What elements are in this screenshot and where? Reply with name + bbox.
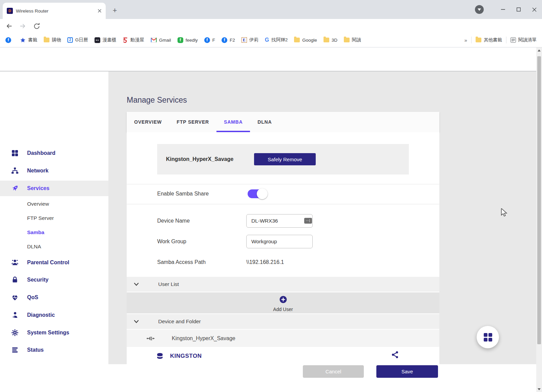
sidebar-item-dlna[interactable]: DLNA	[0, 239, 108, 254]
bookmarks-overflow-icon[interactable]: »	[464, 37, 467, 43]
disk-icon	[156, 352, 164, 360]
bookmark-gouwu[interactable]: 購物	[44, 37, 61, 43]
reload-icon[interactable]	[32, 22, 41, 30]
doctor-icon	[11, 311, 19, 319]
window-minimize-button[interactable]	[495, 3, 511, 16]
folder-icon	[44, 38, 49, 42]
section-title: Manage Services	[127, 96, 187, 105]
scroll-down-icon[interactable]	[536, 386, 542, 392]
cancel-button[interactable]: Cancel	[303, 365, 364, 378]
page-scrollbar[interactable]	[536, 47, 542, 392]
other-bookmarks[interactable]: 其他書籤	[476, 37, 502, 43]
gear-icon	[11, 329, 19, 337]
samba-path-value: \\192.168.216.1	[246, 259, 284, 265]
gmail-icon	[151, 38, 157, 42]
sidebar-item-network[interactable]: Network	[0, 163, 108, 179]
sidebar-item-dashboard[interactable]: Dashboard	[0, 145, 108, 161]
samba-panel: Kingston_HyperX_Savage Safely Remove Ena…	[127, 132, 439, 364]
bookmark-dongmanwu[interactable]: 動漫屋	[123, 37, 144, 43]
bookmark-google-folder[interactable]: Google	[294, 38, 317, 43]
feedly-icon: f	[178, 37, 183, 43]
tab-search-icon[interactable]	[475, 5, 484, 14]
sidebar-item-diagnostic[interactable]: Diagnostic	[0, 307, 108, 323]
device-name-input[interactable]	[246, 214, 313, 228]
keyboard-icon[interactable]: ⋯|	[304, 218, 312, 224]
sidebar-item-system-settings[interactable]: System Settings	[0, 325, 108, 341]
bookmark-eyny[interactable]: E伊莉	[242, 37, 258, 43]
usb-device-row[interactable]: Kingston_HyperX_Savage	[127, 330, 439, 347]
sidebar-item-status[interactable]: Status	[0, 342, 108, 358]
bookmark-f[interactable]: fF	[204, 37, 215, 43]
browser-titlebar: D Wireless Router +	[0, 0, 542, 19]
bookmark-gmail[interactable]: Gmail	[151, 38, 171, 43]
bookmark-facebook[interactable]: f	[5, 37, 14, 43]
facebook-icon: f	[222, 37, 227, 43]
bookmark-feedly[interactable]: ffeedly	[178, 37, 198, 43]
sidebar-item-security[interactable]: Security	[0, 272, 108, 288]
usb-device-name: Kingston_HyperX_Savage	[166, 156, 233, 162]
divider	[506, 37, 506, 43]
safely-remove-button[interactable]: Safely Remove	[254, 153, 316, 165]
dashboard-icon	[11, 149, 19, 157]
window-close-button[interactable]	[526, 3, 542, 16]
device-name-label: Device Name	[157, 218, 190, 224]
comic-app-icon	[95, 37, 100, 43]
new-tab-button[interactable]: +	[110, 6, 119, 15]
bookmark-f2[interactable]: fF2	[222, 37, 235, 43]
sidebar-item-ftp-server[interactable]: FTP Server	[0, 211, 108, 226]
toggle-knob	[257, 188, 268, 199]
bookmark-yuedu-folder[interactable]: 閱讀	[344, 37, 361, 43]
sidebar-item-overview[interactable]: Overview	[0, 197, 108, 211]
sidebar-item-qos[interactable]: QoS	[0, 289, 108, 306]
work-group-label: Work Group	[157, 239, 186, 245]
usb-icon	[146, 335, 155, 342]
sidebar-item-samba[interactable]: Samba	[0, 225, 108, 240]
tab-ftp-server[interactable]: FTP SERVER	[169, 112, 216, 132]
tab-close-icon[interactable]	[98, 9, 102, 13]
bookmark-shuqian[interactable]: 書籤	[20, 37, 37, 43]
star-icon	[20, 37, 26, 43]
bookmark-3d-folder[interactable]: 3D	[324, 38, 337, 43]
anime-app-icon	[123, 37, 128, 43]
bookmark-gcalendar[interactable]: 2G日曆	[67, 37, 88, 43]
enable-samba-label: Enable Samba Share	[157, 191, 209, 197]
folder-icon	[344, 38, 350, 42]
facebook-icon: f	[5, 37, 11, 43]
divider	[127, 184, 439, 184]
plus-circle-icon	[279, 295, 287, 304]
save-button[interactable]: Save	[376, 365, 438, 378]
bookmarks-bar: f 書籤 購物 2G日曆 漫畫櫃 動漫屋 Gmail ffeedly fF fF…	[0, 33, 542, 47]
quick-menu-fab[interactable]	[477, 326, 499, 348]
add-user-button[interactable]: Add User	[127, 292, 439, 313]
scrollbar-thumb[interactable]	[537, 56, 541, 344]
sidebar-item-services[interactable]: Services	[0, 180, 108, 197]
chevron-down-icon	[134, 283, 139, 286]
enable-samba-toggle[interactable]	[248, 189, 267, 198]
back-icon[interactable]	[5, 22, 14, 30]
window-maximize-button[interactable]	[511, 3, 526, 16]
tab-samba[interactable]: SAMBA	[216, 112, 250, 132]
tab-dlna[interactable]: DLNA	[250, 112, 279, 132]
mouse-cursor	[501, 208, 508, 217]
scroll-up-icon[interactable]	[536, 47, 542, 53]
folder-icon	[476, 38, 481, 42]
sidebar-item-parental-control[interactable]: Parental Control	[0, 254, 108, 271]
chevron-down-icon	[134, 320, 139, 323]
reading-list[interactable]: 閱讀清單	[510, 37, 537, 43]
device-and-folder-header[interactable]: Device and Folder	[127, 314, 439, 329]
work-group-input[interactable]	[246, 235, 313, 248]
samba-path-label: Samba Access Path	[157, 259, 206, 265]
bookmark-manhuagui[interactable]: 漫畫櫃	[95, 37, 117, 43]
forward-icon[interactable]	[18, 22, 27, 30]
divider	[127, 204, 439, 204]
user-list-header[interactable]: User List	[127, 277, 439, 292]
browser-tab[interactable]: D Wireless Router	[3, 3, 106, 19]
volume-row[interactable]: KINGSTON	[127, 348, 439, 364]
lock-icon	[11, 276, 19, 284]
facebook-icon: f	[204, 37, 210, 43]
bookmark-zhaoahui2[interactable]: G找阿輝2	[265, 37, 288, 43]
google-g-icon: G	[265, 37, 269, 43]
tab-overview[interactable]: OVERVIEW	[127, 112, 169, 132]
share-icon[interactable]	[391, 350, 399, 359]
footer-bar	[0, 364, 536, 392]
